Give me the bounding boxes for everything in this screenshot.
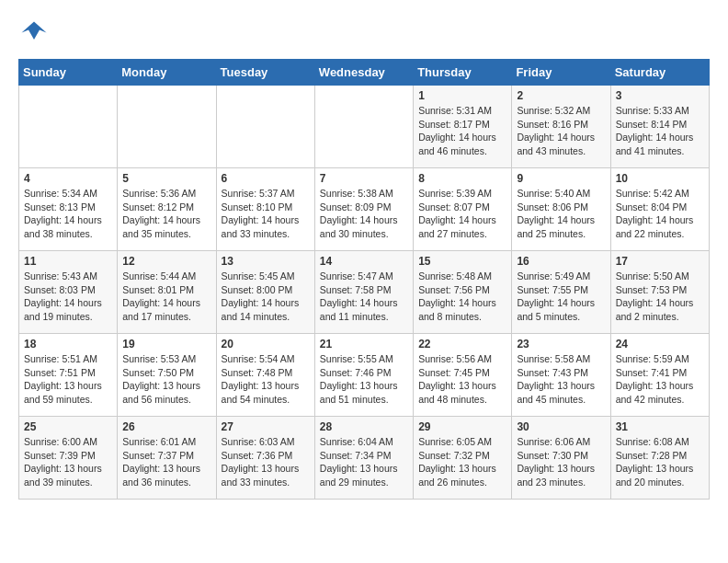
day-number: 12 (122, 255, 210, 268)
day-number: 27 (222, 420, 310, 433)
day-number: 23 (517, 338, 605, 350)
day-info: and 5 minutes. (517, 310, 605, 324)
header-cell-saturday: Saturday (610, 60, 709, 86)
calendar-cell: 14Sunrise: 5:47 AMSunset: 7:58 PMDayligh… (314, 251, 413, 334)
day-number: 26 (122, 420, 210, 433)
day-info: Sunset: 7:46 PM (320, 366, 408, 380)
day-info: Sunrise: 5:38 AM (320, 187, 408, 201)
day-info: Sunrise: 5:42 AM (616, 187, 704, 201)
calendar-cell: 27Sunrise: 6:03 AMSunset: 7:36 PMDayligh… (216, 417, 314, 500)
day-info: Sunset: 8:07 PM (418, 201, 506, 214)
day-number: 21 (320, 338, 408, 350)
day-info: Daylight: 14 hours (320, 296, 408, 310)
calendar-cell: 2Sunrise: 5:32 AMSunset: 8:16 PMDaylight… (512, 86, 610, 168)
day-number: 25 (24, 420, 112, 433)
calendar-cell: 18Sunrise: 5:51 AMSunset: 7:51 PMDayligh… (19, 334, 118, 417)
day-info: Daylight: 13 hours (517, 462, 605, 476)
day-info: Daylight: 13 hours (616, 462, 704, 476)
day-number: 30 (517, 420, 605, 433)
day-number: 6 (222, 172, 310, 185)
day-number: 15 (418, 255, 506, 268)
day-info: Daylight: 14 hours (517, 131, 605, 144)
day-number: 18 (24, 338, 112, 350)
calendar-cell: 20Sunrise: 5:54 AMSunset: 7:48 PMDayligh… (216, 334, 314, 417)
calendar-cell: 12Sunrise: 5:44 AMSunset: 8:01 PMDayligh… (118, 251, 216, 334)
day-info: and 59 minutes. (24, 393, 112, 407)
day-info: and 35 minutes. (122, 227, 210, 241)
header-cell-sunday: Sunday (19, 60, 118, 86)
day-info: and 2 minutes. (616, 310, 704, 324)
day-info: Sunset: 7:30 PM (517, 449, 605, 463)
day-number: 1 (418, 89, 506, 102)
day-info: Sunrise: 5:59 AM (616, 352, 704, 366)
calendar-cell: 21Sunrise: 5:55 AMSunset: 7:46 PMDayligh… (314, 334, 413, 417)
page-header (18, 18, 710, 50)
day-info: Daylight: 14 hours (418, 213, 506, 227)
day-info: Daylight: 14 hours (517, 296, 605, 310)
day-info: and 54 minutes. (222, 393, 310, 407)
day-info: and 25 minutes. (517, 227, 605, 241)
day-info: Sunrise: 5:51 AM (24, 352, 112, 366)
calendar-cell: 22Sunrise: 5:56 AMSunset: 7:45 PMDayligh… (414, 334, 512, 417)
day-info: and 29 minutes. (320, 476, 408, 489)
day-info: Sunset: 7:45 PM (418, 366, 506, 380)
day-number: 7 (320, 172, 408, 185)
day-info: and 20 minutes. (616, 476, 704, 489)
day-info: Daylight: 13 hours (517, 379, 605, 393)
day-info: Sunrise: 5:50 AM (616, 270, 704, 283)
day-info: Sunrise: 5:40 AM (517, 187, 605, 201)
day-number: 17 (616, 255, 704, 268)
calendar-cell: 11Sunrise: 5:43 AMSunset: 8:03 PMDayligh… (19, 251, 118, 334)
calendar-cell: 8Sunrise: 5:39 AMSunset: 8:07 PMDaylight… (414, 168, 512, 251)
day-number: 28 (320, 420, 408, 433)
day-info: Sunset: 7:51 PM (24, 366, 112, 380)
day-info: and 46 minutes. (418, 144, 506, 158)
day-info: Sunrise: 5:48 AM (418, 270, 506, 283)
day-info: Sunset: 8:01 PM (122, 283, 210, 297)
day-info: Daylight: 14 hours (616, 296, 704, 310)
day-info: Daylight: 13 hours (122, 379, 210, 393)
day-info: Daylight: 13 hours (616, 379, 704, 393)
day-info: Sunrise: 5:43 AM (24, 270, 112, 283)
day-info: Sunrise: 5:37 AM (222, 187, 310, 201)
calendar-cell (314, 86, 413, 168)
day-info: and 33 minutes. (222, 227, 310, 241)
day-info: Daylight: 14 hours (24, 213, 112, 227)
calendar-cell: 13Sunrise: 5:45 AMSunset: 8:00 PMDayligh… (216, 251, 314, 334)
day-info: Daylight: 13 hours (320, 462, 408, 476)
day-info: Daylight: 13 hours (222, 379, 310, 393)
day-info: Sunset: 7:43 PM (517, 366, 605, 380)
calendar-cell: 24Sunrise: 5:59 AMSunset: 7:41 PMDayligh… (610, 334, 709, 417)
day-info: Sunset: 7:34 PM (320, 449, 408, 463)
calendar-cell: 3Sunrise: 5:33 AMSunset: 8:14 PMDaylight… (610, 86, 709, 168)
calendar-week-1: 1Sunrise: 5:31 AMSunset: 8:17 PMDaylight… (19, 86, 710, 168)
day-info: Sunset: 8:14 PM (616, 118, 704, 132)
day-number: 19 (122, 338, 210, 350)
day-info: Sunset: 7:56 PM (418, 283, 506, 297)
day-info: Sunset: 7:36 PM (222, 449, 310, 463)
day-info: Daylight: 13 hours (418, 462, 506, 476)
day-info: Daylight: 14 hours (24, 296, 112, 310)
day-info: Sunset: 7:32 PM (418, 449, 506, 463)
calendar-cell: 26Sunrise: 6:01 AMSunset: 7:37 PMDayligh… (118, 417, 216, 500)
day-info: and 56 minutes. (122, 393, 210, 407)
day-info: and 43 minutes. (517, 144, 605, 158)
day-info: Sunrise: 5:49 AM (517, 270, 605, 283)
day-info: Daylight: 14 hours (122, 213, 210, 227)
day-info: and 19 minutes. (24, 310, 112, 324)
calendar-cell (216, 86, 314, 168)
calendar-cell: 6Sunrise: 5:37 AMSunset: 8:10 PMDaylight… (216, 168, 314, 251)
day-info: Daylight: 13 hours (24, 462, 112, 476)
day-info: Sunrise: 5:33 AM (616, 104, 704, 118)
day-info: and 51 minutes. (320, 393, 408, 407)
day-info: Sunset: 7:41 PM (616, 366, 704, 380)
day-info: Sunset: 7:28 PM (616, 449, 704, 463)
day-info: and 41 minutes. (616, 144, 704, 158)
day-info: Sunset: 7:39 PM (24, 449, 112, 463)
day-info: Sunset: 7:53 PM (616, 283, 704, 297)
day-info: Sunset: 8:00 PM (222, 283, 310, 297)
calendar-cell: 10Sunrise: 5:42 AMSunset: 8:04 PMDayligh… (610, 168, 709, 251)
day-number: 29 (418, 420, 506, 433)
day-info: Sunrise: 5:53 AM (122, 352, 210, 366)
day-info: Daylight: 14 hours (418, 296, 506, 310)
